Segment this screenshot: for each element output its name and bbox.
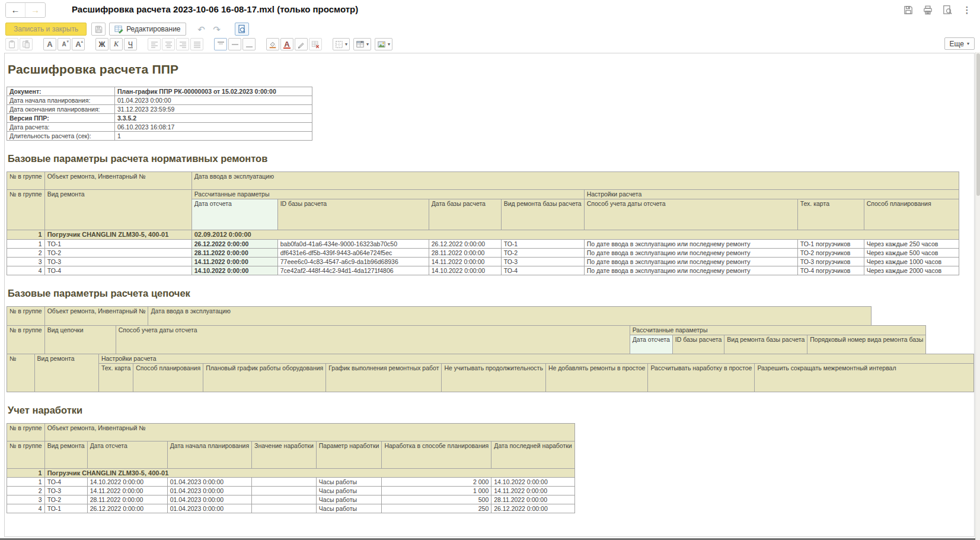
col-header[interactable]: Параметр наработки [316,441,382,469]
cell[interactable]: ТО-1 [44,504,87,513]
col-header[interactable]: ID базы расчета [277,199,429,230]
font-button[interactable]: А [43,38,56,50]
print-button[interactable] [921,3,935,17]
col-header[interactable]: Тех. карта [98,364,133,392]
cell[interactable]: 28.11.2022 0:00:00 [191,249,277,258]
clear-format-button[interactable] [309,38,322,50]
info-value[interactable]: 06.10.2023 16:08:17 [115,123,312,132]
cell[interactable] [252,487,317,495]
col-header[interactable]: Дата отсчета [87,441,167,469]
cell[interactable]: 1 [7,240,45,249]
cell[interactable]: 14.10.2022 0:00:00 [87,478,167,487]
col-header[interactable]: № в группе [7,326,45,354]
col-header[interactable]: Наработка в способе планирования [382,441,491,469]
col-header[interactable]: № в группе [7,190,45,230]
cell[interactable] [252,478,317,487]
cell[interactable]: Часы работы [316,504,382,513]
cell[interactable]: 26.12.2022 0:00:00 [87,504,167,513]
cell[interactable]: 77eee6c0-4c83-4547-a6c9-da1b96d68936 [277,258,429,266]
col-header-group[interactable]: Рассчитанные параметры [630,326,926,335]
cell[interactable]: 1 [7,478,45,487]
cell[interactable]: ТО-4 [44,478,87,487]
cell[interactable]: ТО-2 [44,495,87,504]
cell[interactable]: ТО-3 погрузчиков [797,258,864,266]
paste-button[interactable] [5,38,18,50]
col-header[interactable]: № [7,354,35,392]
borders-dropdown[interactable]: ▾ [333,38,350,50]
cell[interactable]: 250 [382,504,491,513]
col-header[interactable]: Вид ремонта базы расчета [724,335,807,354]
pencil-button[interactable] [295,38,308,50]
col-header[interactable]: Вид ремонта [34,354,98,392]
col-header[interactable]: № в группе [7,172,45,190]
cell[interactable] [252,495,317,504]
info-value[interactable]: 31.12.2023 23:59:59 [115,105,312,114]
col-header[interactable]: Тех. карта [797,199,864,230]
cell[interactable]: ТО-1 [501,240,584,249]
more-button[interactable]: Еще ▾ [944,37,975,50]
bold-button[interactable]: Ж [95,38,108,50]
cell[interactable]: 14.11.2022 0:00:00 [87,487,167,495]
background-color-button[interactable] [266,38,279,50]
col-header-group[interactable]: Настройки расчета [98,354,973,364]
cell[interactable]: 28.11.2022 0:00:00 [491,495,574,504]
cell[interactable]: 500 [382,495,491,504]
save-and-close-button[interactable]: Записать и закрыть [5,23,87,36]
cell[interactable]: ТО-3 [44,487,87,495]
col-header[interactable]: № в группе [7,441,45,469]
col-header-group[interactable]: Рассчитанные параметры [191,190,584,199]
scrollbar-thumb[interactable] [976,53,980,196]
cell[interactable] [252,504,317,513]
cell[interactable]: 14.10.2022 0:00:00 [491,478,574,487]
cell[interactable]: 4 [7,504,45,513]
redo-button[interactable]: ↷ [210,23,224,36]
cell[interactable]: 4 [7,266,45,275]
group-number[interactable]: 1 [7,469,45,478]
col-header-group[interactable]: Настройки расчета [584,190,959,199]
group-commission-date[interactable]: 02.09.2012 0:00:00 [191,230,959,240]
col-header[interactable]: № в группе [7,424,45,441]
align-center-button[interactable] [162,38,175,50]
cell[interactable]: 01.04.2023 0:00:00 [167,495,251,504]
info-value[interactable]: 1 [115,132,312,141]
appearance-dropdown[interactable]: АВ ▾ [353,38,371,50]
cell[interactable]: df6431e6-df5b-439f-9443-a064e724f5ec [277,249,429,258]
col-header[interactable]: График выполнения ремонтных работ [326,364,442,392]
col-header[interactable]: Разрешить сокращать межремонтный интерва… [755,364,974,392]
col-header[interactable]: Плановый график работы оборудования [203,364,326,392]
info-label[interactable]: Версия ППР: [7,114,115,123]
info-value[interactable]: 3.3.5.2 [115,114,312,123]
cell[interactable]: 26.12.2022 0:00:00 [491,504,574,513]
italic-button[interactable]: К [110,38,123,50]
cell[interactable]: ТО-3 [44,258,191,266]
cell[interactable]: ТО-2 погрузчиков [797,249,864,258]
valign-bottom-button[interactable] [242,38,256,50]
col-header[interactable]: Дата отсчета [630,335,672,354]
col-header[interactable]: Значение наработки [252,441,317,469]
cell[interactable]: 26.12.2022 0:00:00 [429,240,501,249]
cell[interactable]: 14.11.2022 0:00:00 [191,258,277,266]
col-header[interactable]: Способ планирования [133,364,203,392]
col-header[interactable]: Вид ремонта [44,190,191,230]
cell[interactable]: По дате ввода в эксплуатацию или последн… [584,266,797,275]
col-header[interactable]: Рассчитывать наработку в простое [648,364,755,392]
cell[interactable]: 26.12.2022 0:00:00 [191,240,277,249]
col-header[interactable]: Объект ремонта, Инвентарный № [44,424,574,441]
col-header[interactable]: Способ учета даты отсчета [584,199,797,230]
col-header[interactable]: Объект ремонта, Инвентарный № [44,172,191,190]
cell[interactable]: Через каждые 2000 часов [864,266,959,275]
group-object[interactable]: Погрузчик CHANGLIN ZLM30-5, 400-01 [44,469,574,478]
save-button[interactable] [91,23,106,36]
cell[interactable]: 2 000 [382,478,491,487]
cell[interactable]: ТО-3 [501,258,584,266]
cell[interactable]: 14.10.2022 0:00:00 [191,266,277,275]
align-right-button[interactable] [176,38,189,50]
cell[interactable]: ТО-1 погрузчиков [797,240,864,249]
col-header[interactable]: № в группе [7,307,45,326]
col-header[interactable]: Дата ввода в эксплуатацию [191,172,959,190]
cell[interactable]: Часы работы [316,487,382,495]
cell[interactable]: 28.11.2022 0:00:00 [87,495,167,504]
info-value[interactable]: 01.04.2023 0:00:00 [115,96,312,105]
cell[interactable]: 14.10.2022 0:00:00 [429,266,501,275]
cell[interactable]: 01.04.2023 0:00:00 [167,504,251,513]
